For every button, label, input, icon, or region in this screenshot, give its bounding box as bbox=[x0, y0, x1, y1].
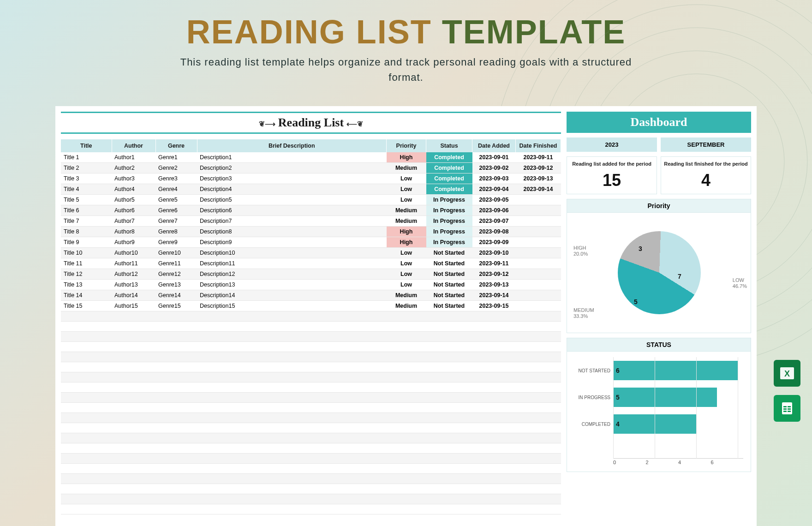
svg-text:X: X bbox=[784, 369, 790, 378]
period-month: SEPTEMBER bbox=[661, 137, 751, 152]
pie-label-medium: MEDIUM33.3% bbox=[573, 307, 594, 319]
table-row: Title 1Author1Genre1Description1HighComp… bbox=[61, 152, 561, 163]
table-row bbox=[61, 464, 561, 474]
col-header: Title bbox=[61, 139, 112, 152]
svg-rect-12 bbox=[787, 406, 788, 412]
table-row: Title 5Author5Genre5Description5LowIn Pr… bbox=[61, 195, 561, 205]
table-row bbox=[61, 342, 561, 352]
table-row bbox=[61, 332, 561, 342]
pie-label-high: HIGH20.0% bbox=[573, 245, 588, 257]
table-row: Title 12Author12Genre12Description12LowN… bbox=[61, 269, 561, 280]
table-row bbox=[61, 474, 561, 484]
col-header: Priority bbox=[387, 139, 426, 152]
table-row bbox=[61, 352, 561, 362]
priority-chart-panel: Priority HIGH20.0% 3 LOW46.7% 7 MEDIUM33… bbox=[567, 199, 751, 333]
status-chart-panel: STATUS NOT STARTED6IN PROGRESS5COMPLETED… bbox=[567, 338, 751, 472]
table-row bbox=[61, 423, 561, 433]
dashboard-title: Dashboard bbox=[567, 112, 751, 133]
table-row: Title 10Author10Genre10Description10LowN… bbox=[61, 248, 561, 258]
google-sheets-icon bbox=[774, 395, 800, 422]
table-row bbox=[61, 484, 561, 494]
table-row bbox=[61, 433, 561, 443]
col-header: Genre bbox=[155, 139, 197, 152]
table-row bbox=[61, 443, 561, 454]
table-row: Title 15Author15Genre15Description15Medi… bbox=[61, 301, 561, 311]
stat-finished: Reading list finished for the period 4 bbox=[661, 156, 751, 194]
table-row bbox=[61, 383, 561, 393]
stat-added: Reading list added for the period 15 bbox=[567, 156, 657, 194]
table-row: Title 9Author9Genre9Description9HighIn P… bbox=[61, 237, 561, 248]
pie-label-low: LOW46.7% bbox=[733, 277, 747, 289]
table-row bbox=[61, 454, 561, 464]
table-row: Title 6Author6Genre6Description6MediumIn… bbox=[61, 205, 561, 216]
table-row: Title 2Author2Genre2Description2MediumCo… bbox=[61, 163, 561, 173]
list-title-bar: ❦⟶Reading List⟵❦ bbox=[61, 112, 561, 134]
table-row bbox=[61, 413, 561, 423]
col-header: Date Added bbox=[472, 139, 516, 152]
period-year: 2023 bbox=[567, 137, 657, 152]
table-row bbox=[61, 403, 561, 413]
table-row bbox=[61, 504, 561, 514]
col-header: Date Finished bbox=[516, 139, 561, 152]
table-row: Title 13Author13Genre13Description13LowN… bbox=[61, 280, 561, 290]
table-row: Title 3Author3Genre3Description3LowCompl… bbox=[61, 173, 561, 184]
col-header: Brief Description bbox=[197, 139, 387, 152]
priority-pie-chart bbox=[618, 231, 701, 314]
table-row: Title 11Author11Genre11Description11LowN… bbox=[61, 258, 561, 269]
table-row: Title 7Author7Genre7Description7MediumIn… bbox=[61, 216, 561, 227]
spreadsheet-preview: ❦⟶Reading List⟵❦ TitleAuthorGenreBrief D… bbox=[55, 106, 757, 526]
table-row bbox=[61, 362, 561, 372]
table-row bbox=[61, 322, 561, 332]
table-row bbox=[61, 494, 561, 504]
table-row: Title 4Author4Genre4Description4LowCompl… bbox=[61, 184, 561, 195]
table-row: Title 14Author14Genre14Description14Medi… bbox=[61, 290, 561, 301]
table-row bbox=[61, 311, 561, 322]
col-header: Status bbox=[426, 139, 472, 152]
excel-icon: X bbox=[774, 360, 800, 387]
table-row bbox=[61, 393, 561, 403]
reading-list-table: TitleAuthorGenreBrief DescriptionPriorit… bbox=[61, 139, 561, 514]
status-bar-chart: NOT STARTED6IN PROGRESS5COMPLETED4 0246 bbox=[567, 352, 751, 472]
table-row: Title 8Author8Genre8Description8HighIn P… bbox=[61, 227, 561, 237]
col-header: Author bbox=[112, 139, 155, 152]
table-row bbox=[61, 372, 561, 383]
